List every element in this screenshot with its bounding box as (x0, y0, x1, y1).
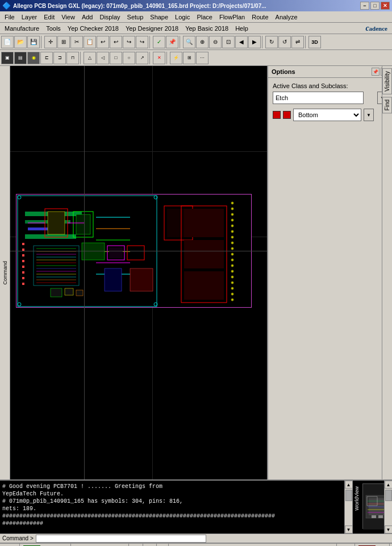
separator-3 (180, 36, 182, 48)
options-title: Options (272, 68, 295, 75)
zoom-out-button[interactable]: ⊖ (209, 36, 222, 48)
copy-button[interactable]: ⊞ (57, 36, 70, 48)
command-prompt: Command > (2, 535, 34, 541)
wv-scroll-up-button[interactable]: ▲ (385, 481, 393, 489)
zoom-prev-button[interactable]: ◀ (235, 36, 248, 48)
menu-logic[interactable]: Logic (172, 13, 193, 21)
undo-button[interactable]: ↩ (97, 36, 109, 48)
undo2-button[interactable]: ↩ (110, 36, 122, 48)
console-area: # Good evening PCB7701 ! ....... Greetin… (0, 479, 392, 533)
cadence-logo: cadence (365, 24, 391, 33)
menu-place[interactable]: Place (193, 13, 216, 21)
separator-5 (305, 36, 307, 48)
visibility-tab[interactable]: Visibility (382, 68, 392, 94)
menu-setup[interactable]: Setup (124, 13, 147, 21)
console-line-5: ########################################… (2, 512, 342, 520)
zoom-fit-button[interactable]: ⊡ (222, 36, 235, 48)
check-button[interactable]: ✓ (153, 36, 165, 48)
menu-yep-designer[interactable]: Yep Designer 2018 (122, 24, 182, 32)
svg-point-49 (231, 202, 233, 204)
maximize-button[interactable]: □ (370, 2, 380, 10)
menu-route[interactable]: Route (248, 13, 272, 21)
redo2-button[interactable]: ↪ (136, 36, 148, 48)
side-tabs: Visibility Find (382, 66, 392, 479)
console-line-6: ############ (2, 520, 342, 527)
scroll-down-button[interactable]: ▼ (345, 526, 353, 533)
board2-button[interactable]: ▤ (14, 52, 27, 64)
title-bar: 🔷 Allegro PCB Design GXL (legacy): 071m0… (0, 0, 392, 11)
wv-scroll-thumb[interactable] (385, 490, 392, 501)
drc2-button[interactable]: ⊞ (183, 52, 195, 64)
svg-rect-68 (184, 209, 224, 237)
menu-yep-basic[interactable]: Yep Basic 2018 (182, 24, 232, 32)
mirror-button[interactable]: ⇌ (291, 36, 304, 48)
rotate-cw-button[interactable]: ↻ (265, 36, 278, 48)
minimize-button[interactable]: − (360, 2, 369, 10)
menu-manufacture[interactable]: Manufacture (1, 24, 43, 32)
menu-edit[interactable]: Edit (40, 13, 58, 21)
separator-1 (41, 36, 43, 48)
menu-view[interactable]: View (58, 13, 78, 21)
arrow-button[interactable]: ↗ (136, 52, 148, 64)
open-button[interactable]: 📂 (14, 36, 27, 48)
shape2-button[interactable]: ◁ (97, 52, 109, 64)
snap-button[interactable]: ✛ (44, 36, 57, 48)
pin-button[interactable]: 📌 (166, 36, 178, 48)
menu-shape[interactable]: Shape (147, 13, 172, 21)
menu-tools[interactable]: Tools (43, 24, 64, 32)
status-bar: Idle Bottom 3470.00, 4135.00 P A - Gener… (0, 543, 392, 546)
zoom-area-button[interactable]: 🔍 (183, 36, 195, 48)
menu-flowplan[interactable]: FlowPlan (216, 13, 248, 21)
close-button[interactable]: ✕ (381, 2, 390, 10)
board-button[interactable]: ▣ (1, 52, 14, 64)
paste-button[interactable]: 📋 (84, 36, 96, 48)
subclass-dropdown[interactable]: Bottom Top Inner1 (293, 109, 361, 121)
circle-button[interactable]: ○ (123, 52, 135, 64)
title-text: Allegro PCB Design GXL (legacy): 071m0p_… (13, 3, 266, 9)
find-tab[interactable]: Find (382, 97, 392, 113)
trace-button[interactable]: ⊏ (40, 52, 53, 64)
status-idle: Idle (2, 544, 20, 546)
shape-button[interactable]: △ (84, 52, 96, 64)
menu-bar-1: File Layer Edit View Add Display Setup S… (0, 11, 392, 23)
trace2-button[interactable]: ⊐ (53, 52, 66, 64)
command-input[interactable] (36, 535, 206, 543)
save-button[interactable]: 💾 (27, 36, 40, 48)
svg-rect-69 (184, 240, 224, 268)
canvas-area[interactable] (10, 66, 267, 479)
menu-display[interactable]: Display (96, 13, 123, 21)
svg-rect-21 (76, 214, 90, 234)
menu-file[interactable]: File (1, 13, 18, 21)
class-dropdown-container: Etch Via Plane ▼ (273, 92, 387, 104)
scroll-up-button[interactable]: ▲ (345, 481, 353, 489)
zoom-next-button[interactable]: ▶ (248, 36, 261, 48)
wv-scroll-down-button[interactable]: ▼ (385, 526, 393, 533)
zoom-in-button[interactable]: ⊕ (196, 36, 208, 48)
menu-analyze[interactable]: Analyze (272, 13, 301, 21)
redo-button[interactable]: ↪ (123, 36, 135, 48)
svg-point-60 (231, 264, 233, 267)
menu-layer[interactable]: Layer (18, 13, 41, 21)
delete-button[interactable]: ✕ (153, 52, 165, 64)
3d-button[interactable]: 3D (308, 36, 321, 48)
menu-add[interactable]: Add (78, 13, 97, 21)
trace3-button[interactable]: ⊓ (66, 52, 79, 64)
class-dropdown[interactable]: Etch Via Plane (273, 92, 364, 104)
drc1-button[interactable]: ⚡ (170, 52, 182, 64)
status-p: P (131, 544, 143, 546)
shape3-button[interactable]: □ (110, 52, 122, 64)
options-header: Options 📌 ✕ (268, 66, 392, 78)
options-pin-button[interactable]: 📌 (372, 68, 380, 76)
rotate-ccw-button[interactable]: ↺ (278, 36, 291, 48)
scroll-thumb[interactable] (345, 490, 352, 501)
menu-help[interactable]: Help (232, 24, 252, 32)
menu-yep-checker[interactable]: Yep Checker 2018 (64, 24, 122, 32)
drc3-button[interactable]: ⋯ (196, 52, 208, 64)
main-area: Command (0, 66, 392, 479)
separator-6 (80, 52, 82, 64)
subclass-dropdown-arrow[interactable]: ▼ (364, 109, 374, 121)
cut-button[interactable]: ✂ (70, 36, 83, 48)
new-button[interactable]: 📄 (1, 36, 14, 48)
subclass-row: Bottom Top Inner1 ▼ (273, 109, 387, 121)
pad-button[interactable]: ◉ (27, 52, 40, 64)
